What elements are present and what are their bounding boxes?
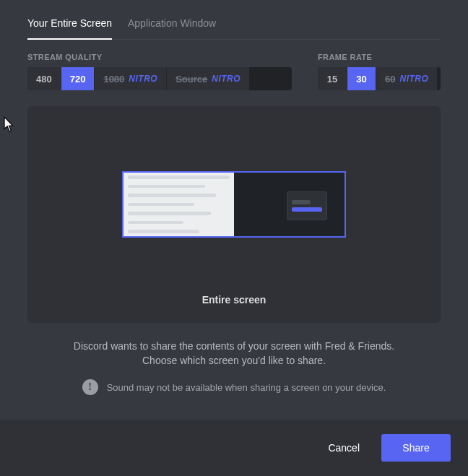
framerate-60-nitro: 60 NITRO [376, 67, 437, 90]
framerate-15[interactable]: 15 [318, 67, 347, 90]
nitro-badge-icon: NITRO [212, 74, 240, 84]
quality-1080-nitro: 1080 NITRO [94, 67, 166, 90]
frame-rate-section: Frame Rate 15 30 60 NITRO [318, 53, 441, 90]
stream-quality-section: Stream Quality 480 720 1080 NITRO Source… [27, 53, 292, 90]
share-source-tabs: Your Entire Screen Application Window [27, 12, 441, 40]
screen-thumbnail[interactable] [122, 171, 346, 238]
quality-720[interactable]: 720 [61, 67, 95, 90]
stream-quality-segmented: 480 720 1080 NITRO Source NITRO [27, 67, 292, 90]
cancel-button[interactable]: Cancel [313, 434, 374, 462]
frame-rate-label: Frame Rate [318, 53, 441, 61]
quality-480[interactable]: 480 [27, 67, 61, 90]
stream-quality-label: Stream Quality [27, 53, 292, 61]
tab-application-window[interactable]: Application Window [128, 12, 216, 39]
share-description: Discord wants to share the contents of y… [27, 339, 441, 368]
tab-entire-screen[interactable]: Your Entire Screen [27, 12, 112, 39]
quality-source-nitro: Source NITRO [166, 67, 249, 90]
warning-icon: ! [82, 379, 98, 395]
share-button[interactable]: Share [381, 434, 451, 462]
framerate-30[interactable]: 30 [347, 67, 376, 90]
audio-warning: ! Sound may not be available when sharin… [27, 379, 441, 395]
nitro-badge-icon: NITRO [129, 74, 157, 84]
screen-preview-panel: Entire screen [27, 106, 441, 323]
modal-footer: Cancel Share [0, 420, 468, 476]
audio-warning-text: Sound may not be available when sharing … [107, 382, 386, 393]
screen-thumbnail-label: Entire screen [202, 294, 266, 306]
frame-rate-segmented: 15 30 60 NITRO [318, 67, 441, 90]
nitro-badge-icon: NITRO [399, 74, 428, 84]
screen-share-modal: Your Entire Screen Application Window St… [0, 0, 468, 476]
